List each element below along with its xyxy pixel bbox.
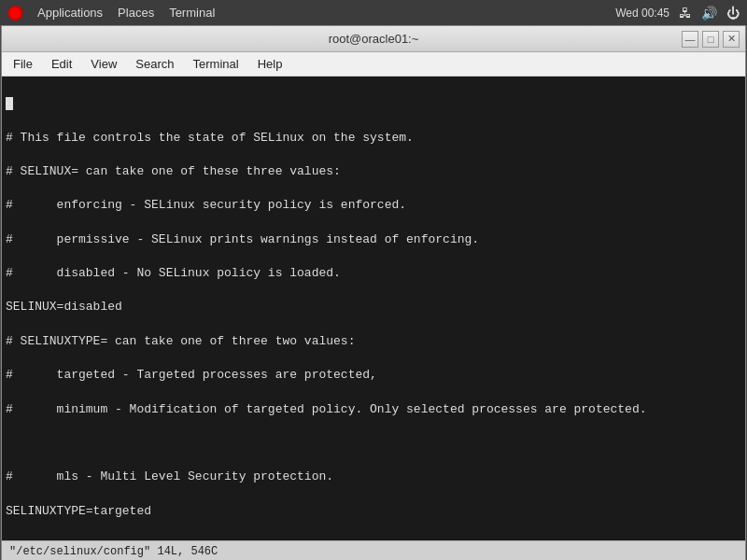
status-text: "/etc/selinux/config" 14L, 546C [9,545,218,558]
editor-line: # This file controls the state of SELinu… [6,130,741,147]
editor-line [6,537,741,540]
editor-line: SELINUX=disabled [6,299,741,315]
app-menu-icon [7,6,22,21]
menu-help[interactable]: Help [250,55,290,73]
places-menu[interactable]: Places [118,6,154,20]
maximize-button[interactable]: □ [702,31,719,48]
datetime-display: Wed 00:45 [615,7,669,20]
menu-terminal[interactable]: Terminal [186,55,247,73]
system-bar-left: Applications Places Terminal [7,6,215,21]
editor-line: SELINUXTYPE=targeted [6,503,741,520]
editor-line: # minimum - Modification of targeted pol… [6,401,741,418]
window-controls: — □ ✕ [682,31,740,48]
volume-icon: 🔊 [701,6,717,21]
editor-line: # permissive - SELinux prints warnings i… [6,231,741,248]
title-bar: root@oracle01:~ — □ ✕ [2,26,745,52]
menu-view[interactable]: View [83,55,124,73]
system-bar: Applications Places Terminal Wed 00:45 🖧… [0,0,747,25]
menu-edit[interactable]: Edit [44,55,79,73]
minimize-button[interactable]: — [682,31,698,48]
terminal-menu[interactable]: Terminal [169,6,215,20]
menu-bar: File Edit View Search Terminal Help [2,52,745,77]
status-bar: "/etc/selinux/config" 14L, 546C [2,540,745,560]
editor-line: # mls - Multi Level Security protection. [6,469,741,485]
applications-menu[interactable]: Applications [37,6,103,20]
terminal-window: root@oracle01:~ — □ ✕ File Edit View Sea… [1,25,746,560]
editor-area[interactable]: # This file controls the state of SELinu… [2,77,745,540]
power-icon[interactable]: ⏻ [726,6,740,21]
close-button[interactable]: ✕ [723,31,740,48]
editor-line [6,95,741,112]
editor-line: # disabled - No SELinux policy is loaded… [6,265,741,282]
editor-line: # targeted - Targeted processes are prot… [6,367,741,384]
editor-line [6,435,741,452]
menu-search[interactable]: Search [128,55,181,73]
window-title: root@oracle01:~ [329,32,419,46]
menu-file[interactable]: File [6,55,40,73]
editor-line: # enforcing - SELinux security policy is… [6,197,741,214]
editor-line: # SELINUXTYPE= can take one of three two… [6,333,741,350]
system-bar-right: Wed 00:45 🖧 🔊 ⏻ [615,6,740,21]
editor-line: # SELINUX= can take one of these three v… [6,163,741,180]
network-icon: 🖧 [679,6,692,21]
